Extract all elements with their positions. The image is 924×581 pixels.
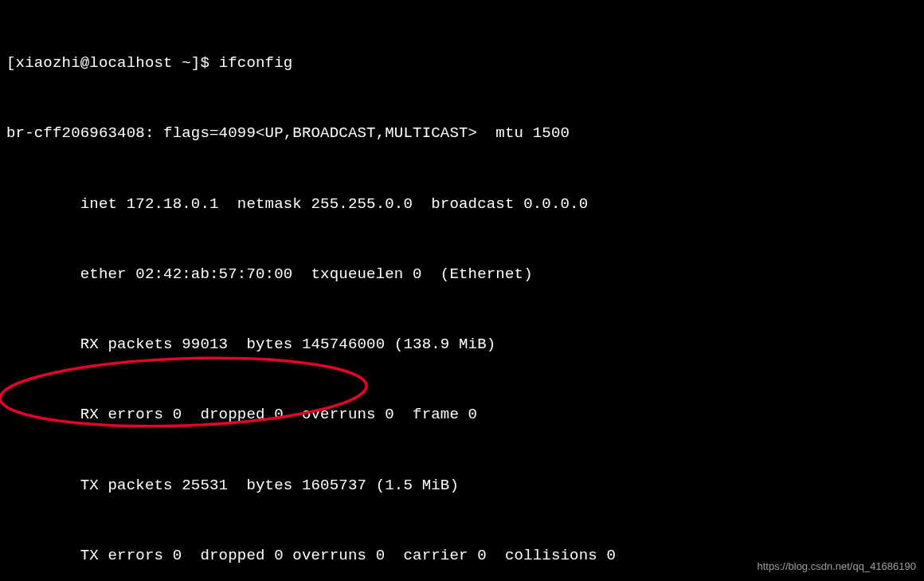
iface-br-line: ether 02:42:ab:57:70:00 txqueuelen 0 (Et…	[6, 263, 918, 286]
iface-br-line: RX errors 0 dropped 0 overruns 0 frame 0	[6, 403, 918, 426]
iface-br-line: TX packets 25531 bytes 1605737 (1.5 MiB)	[6, 474, 918, 497]
shell-command: ifconfig	[219, 54, 293, 72]
terminal-output[interactable]: [xiaozhi@localhost ~]$ ifconfig br-cff20…	[6, 5, 918, 581]
iface-br-line: inet 172.18.0.1 netmask 255.255.0.0 broa…	[6, 193, 918, 216]
watermark-text: https://blog.csdn.net/qq_41686190	[758, 559, 917, 575]
iface-br-head: br-cff206963408: flags=4099<UP,BROADCAST…	[6, 122, 918, 145]
command-line: [xiaozhi@localhost ~]$ ifconfig	[6, 52, 918, 75]
iface-br-line: RX packets 99013 bytes 145746000 (138.9 …	[6, 333, 918, 356]
shell-prompt: [xiaozhi@localhost ~]$	[6, 54, 219, 72]
